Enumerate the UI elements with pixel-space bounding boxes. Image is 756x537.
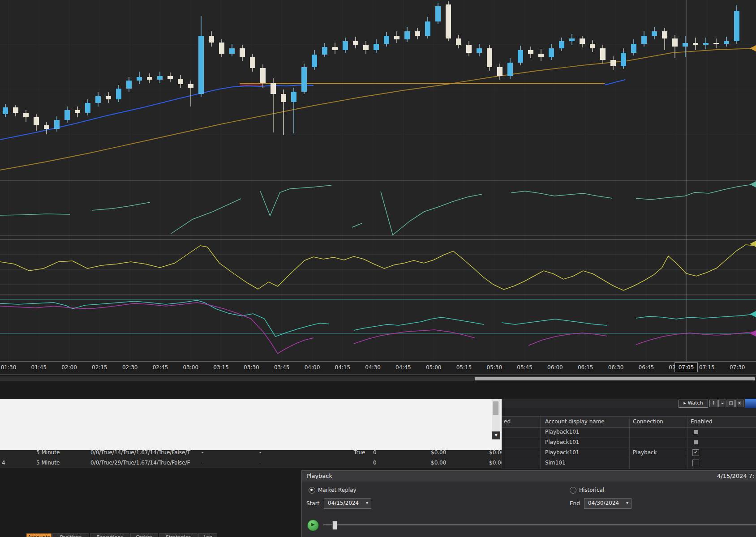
chart-scrollbar-thumb[interactable] <box>475 377 755 380</box>
candle-body <box>683 43 688 47</box>
price-marker <box>750 181 756 188</box>
candle-body <box>312 55 317 67</box>
time-tick-label: 05:30 <box>484 364 505 371</box>
playback-titlebar[interactable]: Playback 4/15/2024 7: <box>302 471 756 482</box>
candle-body <box>487 48 492 67</box>
vertical-scrollbar-thumb[interactable] <box>493 401 498 415</box>
account-row[interactable]: Playback101 <box>502 437 756 448</box>
candle-body <box>693 43 698 45</box>
vertical-scrollbar[interactable] <box>492 400 500 432</box>
tab-strategies[interactable]: Strategies <box>159 533 198 537</box>
play-button[interactable] <box>307 520 319 531</box>
tab-log[interactable]: Log <box>198 533 217 537</box>
time-tick-label: 02:30 <box>119 364 141 371</box>
candle-body <box>271 83 276 94</box>
candle-body <box>446 4 451 38</box>
time-tick-label: 06:45 <box>636 364 657 371</box>
candle-body <box>126 81 132 89</box>
indicator1-line <box>171 199 241 234</box>
candle-body <box>157 76 163 80</box>
candle-body <box>580 38 585 44</box>
enabled-checkbox[interactable] <box>694 440 698 444</box>
scroll-down-icon: ▼ <box>494 433 497 437</box>
candle-body <box>518 50 523 63</box>
enabled-checkbox[interactable] <box>692 449 699 456</box>
slow-ma-line <box>0 48 756 170</box>
account-name: Playback101 <box>545 449 579 456</box>
candle-body <box>178 79 183 84</box>
cell-row-number: 4 <box>2 460 5 466</box>
cell-parameters: 0/0/True/29/True/1.67/14/True/False/F <box>90 460 190 466</box>
market-replay-radio[interactable] <box>309 487 315 494</box>
minimize-button[interactable]: – <box>718 400 726 407</box>
candle-body <box>672 38 678 47</box>
end-label: End <box>570 500 580 507</box>
enabled-checkbox[interactable] <box>692 460 699 466</box>
maximize-button[interactable]: □ <box>727 400 735 407</box>
background-window-edge <box>745 399 756 408</box>
tab-positions[interactable]: Positions <box>52 533 89 537</box>
candle-body <box>301 67 307 92</box>
fast-ma-line <box>0 85 314 140</box>
time-tick-label: 02:15 <box>89 364 110 371</box>
table-row[interactable]: 4 5 Minute 0/0/True/29/True/1.67/14/True… <box>0 458 502 469</box>
candle-body <box>363 45 369 50</box>
cell-flag: True <box>354 449 365 456</box>
candle-body <box>477 48 482 53</box>
column-header-account-display-name[interactable]: Account display name <box>545 418 605 425</box>
cell-count: 0 <box>373 449 377 456</box>
candle-body <box>332 47 338 50</box>
candle-body <box>610 60 616 66</box>
enabled-checkbox[interactable] <box>694 430 698 434</box>
chart-canvas[interactable] <box>0 0 756 361</box>
start-label: Start <box>306 500 319 507</box>
cell-dash: - <box>259 460 261 466</box>
time-tick-label: 07:15 <box>696 364 717 371</box>
column-header-ed[interactable]: ed <box>504 418 511 425</box>
candle-body <box>538 54 544 57</box>
column-header-enabled[interactable]: Enabled <box>691 418 713 425</box>
arrow-up-icon: ↑ <box>712 401 715 405</box>
start-date-dropdown[interactable]: 04/15/2024 ▾ <box>324 498 371 509</box>
account-row[interactable]: Playback101 Playback <box>502 448 756 458</box>
crosshair-time-label: 07:05 <box>674 362 698 372</box>
chart-horizontal-scrollbar[interactable] <box>0 376 756 381</box>
scroll-down-button[interactable]: ▼ <box>492 431 500 439</box>
indicator3-fast-line <box>502 319 607 325</box>
playback-slider-thumb[interactable] <box>332 521 337 530</box>
candle-body <box>549 48 554 57</box>
tab-executions[interactable]: Executions <box>90 533 129 537</box>
indicator1-line <box>352 223 362 227</box>
column-header-connection[interactable]: Connection <box>633 418 663 425</box>
watch-label: Watch <box>687 400 703 406</box>
tab-accounts[interactable]: Accounts <box>26 533 52 537</box>
candle-body <box>621 53 626 66</box>
historical-radio[interactable] <box>570 487 576 494</box>
candle-body <box>343 41 348 50</box>
start-date-value: 04/15/2024 <box>328 500 359 506</box>
indicator1-line <box>260 185 331 216</box>
indicator1-line <box>381 192 482 235</box>
playback-slider[interactable] <box>323 524 756 525</box>
end-date-dropdown[interactable]: 04/30/2024 ▾ <box>584 498 631 509</box>
arrow-up-button[interactable]: ↑ <box>709 400 717 407</box>
playback-title: Playback <box>306 473 332 479</box>
time-tick-label: 07:30 <box>726 364 748 371</box>
indicator1-line <box>0 214 70 215</box>
time-tick-label: 03:45 <box>271 364 292 371</box>
account-row[interactable]: Sim101 <box>502 458 756 469</box>
time-tick-label: 05:45 <box>514 364 536 371</box>
indicator3-fast-line <box>636 314 756 319</box>
candle-body <box>569 38 575 41</box>
candle-body <box>44 125 49 129</box>
time-tick-label: 03:15 <box>210 364 232 371</box>
chevron-down-icon: ▾ <box>626 500 628 505</box>
account-row[interactable]: Playback101 <box>502 427 756 438</box>
time-tick-label: 02:00 <box>59 364 80 371</box>
indicator1-line <box>92 202 150 210</box>
close-button[interactable]: × <box>735 400 743 407</box>
watch-button[interactable]: ▸ Watch <box>679 400 708 408</box>
tab-orders[interactable]: Orders <box>130 533 158 537</box>
candle-body <box>590 44 595 48</box>
account-name: Playback101 <box>545 439 579 445</box>
